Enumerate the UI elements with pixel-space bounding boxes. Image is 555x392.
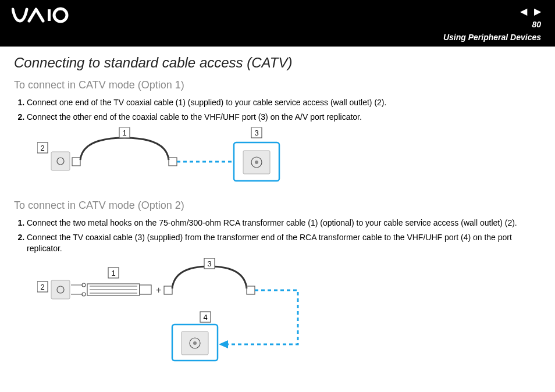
section-label: Using Peripheral Devices bbox=[443, 33, 541, 42]
option1-heading: To connect in CATV mode (Option 1) bbox=[14, 79, 541, 91]
callout-3: 3 bbox=[254, 129, 258, 137]
callout-1: 1 bbox=[122, 129, 126, 137]
svg-rect-28 bbox=[247, 286, 255, 294]
option2-step-1: Connect the two metal hooks on the 75-oh… bbox=[27, 218, 541, 229]
callout2-1: 1 bbox=[111, 269, 115, 277]
svg-marker-29 bbox=[219, 340, 228, 348]
callout2-3: 3 bbox=[207, 259, 211, 268]
svg-text:+: + bbox=[156, 285, 161, 295]
header-bar: ◀ ▶ 80 Using Peripheral Devices bbox=[0, 0, 555, 47]
next-page-arrow[interactable]: ▶ bbox=[534, 6, 541, 17]
svg-rect-5 bbox=[72, 158, 80, 166]
vaio-logo bbox=[12, 7, 81, 31]
option1-step-2: Connect the other end of the coaxial cab… bbox=[27, 112, 541, 123]
svg-point-34 bbox=[193, 341, 197, 345]
option2-diagram: 2 1 + 3 bbox=[37, 258, 541, 363]
svg-rect-26 bbox=[164, 286, 172, 294]
callout-2: 2 bbox=[40, 144, 44, 152]
nav-arrows: ◀ ▶ bbox=[520, 6, 541, 17]
svg-point-13 bbox=[255, 161, 258, 164]
option2-steps: Connect the two metal hooks on the 75-oh… bbox=[14, 218, 541, 254]
svg-rect-3 bbox=[51, 152, 70, 170]
callout2-2: 2 bbox=[40, 283, 44, 291]
option1-step-1: Connect one end of the TV coaxial cable … bbox=[27, 97, 541, 108]
option2-heading: To connect in CATV mode (Option 2) bbox=[14, 199, 541, 212]
option1-diagram: 2 1 3 bbox=[37, 127, 541, 191]
svg-rect-0 bbox=[48, 9, 51, 21]
callout2-4: 4 bbox=[203, 313, 207, 322]
svg-rect-15 bbox=[51, 280, 70, 299]
page-title: Connecting to standard cable access (CAT… bbox=[14, 55, 541, 71]
option2-step-2: Connect the TV coaxial cable (3) (suppli… bbox=[27, 232, 541, 254]
prev-page-arrow[interactable]: ◀ bbox=[520, 6, 527, 17]
svg-rect-23 bbox=[140, 285, 151, 294]
svg-point-1 bbox=[54, 9, 67, 22]
svg-rect-7 bbox=[169, 158, 177, 166]
page-content: Connecting to standard cable access (CAT… bbox=[0, 47, 555, 385]
page-number: 80 bbox=[532, 20, 541, 29]
option1-steps: Connect one end of the TV coaxial cable … bbox=[14, 97, 541, 123]
